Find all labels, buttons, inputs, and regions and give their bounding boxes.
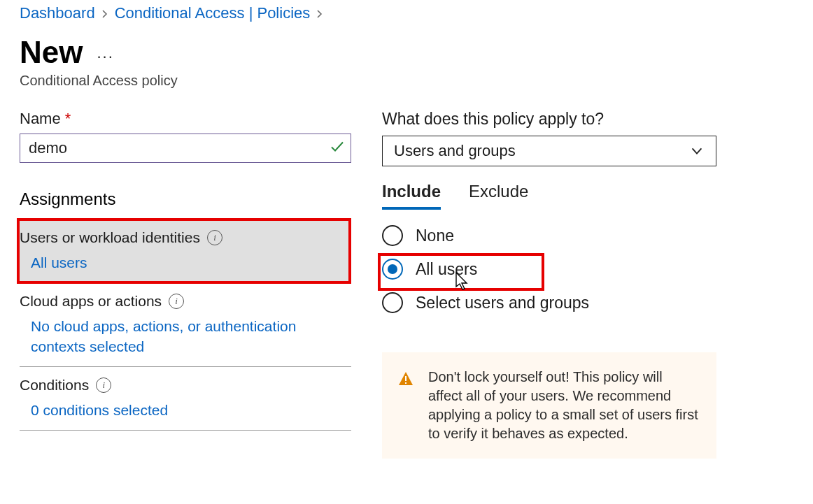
name-input[interactable]: [20, 134, 351, 163]
breadcrumb: Dashboard Conditional Access | Policies: [20, 4, 793, 22]
radio-all-users[interactable]: All users: [382, 259, 716, 280]
check-icon: [329, 138, 346, 159]
chevron-right-icon: [101, 6, 109, 22]
radio-none-label: None: [416, 226, 454, 245]
applies-to-label: What does this policy apply to?: [382, 110, 716, 129]
cloud-apps-link[interactable]: No cloud apps, actions, or authenticatio…: [31, 317, 351, 357]
applies-to-select[interactable]: Users and groups: [382, 136, 716, 166]
required-star-icon: *: [65, 110, 71, 128]
conditions-link[interactable]: 0 conditions selected: [31, 401, 351, 420]
conditions-title: Conditions: [20, 377, 89, 394]
chevron-right-icon: [316, 6, 324, 22]
tab-include[interactable]: Include: [382, 182, 441, 210]
radio-icon: [382, 259, 403, 280]
select-value: Users and groups: [394, 142, 516, 160]
chevron-down-icon: [689, 143, 705, 159]
info-icon[interactable]: i: [169, 294, 184, 309]
assignment-cloud-apps[interactable]: Cloud apps or actions i No cloud apps, a…: [20, 283, 351, 367]
info-icon[interactable]: i: [96, 377, 111, 393]
assignment-conditions[interactable]: Conditions i 0 conditions selected: [20, 367, 351, 431]
warning-banner: Don't lock yourself out! This policy wil…: [382, 352, 716, 459]
radio-select-users-label: Select users and groups: [416, 294, 589, 312]
page-title: New: [20, 35, 83, 70]
tab-exclude[interactable]: Exclude: [469, 182, 528, 210]
users-link[interactable]: All users: [31, 253, 351, 273]
assignment-users[interactable]: Users or workload identities i All users: [20, 219, 351, 283]
warning-text: Don't lock yourself out! This policy wil…: [428, 368, 698, 443]
breadcrumb-policies[interactable]: Conditional Access | Policies: [115, 4, 311, 22]
users-title: Users or workload identities: [20, 229, 200, 246]
radio-none[interactable]: None: [382, 225, 716, 246]
name-label: Name *: [20, 110, 351, 128]
radio-icon: [382, 225, 403, 246]
svg-rect-1: [405, 382, 406, 384]
svg-rect-0: [405, 376, 406, 381]
radio-icon: [382, 292, 403, 313]
cloud-apps-title: Cloud apps or actions: [20, 293, 162, 310]
warning-icon: [397, 370, 414, 443]
page-subtitle: Conditional Access policy: [20, 73, 793, 89]
include-exclude-tabs: Include Exclude: [382, 182, 716, 210]
radio-select-users[interactable]: Select users and groups: [382, 292, 716, 313]
breadcrumb-dashboard[interactable]: Dashboard: [20, 4, 95, 22]
more-actions-icon[interactable]: ···: [97, 48, 113, 66]
include-radio-group: None All users Select users and groups: [382, 225, 716, 313]
info-icon[interactable]: i: [207, 230, 222, 245]
radio-all-users-label: All users: [416, 260, 477, 279]
assignments-header: Assignments: [20, 189, 351, 219]
